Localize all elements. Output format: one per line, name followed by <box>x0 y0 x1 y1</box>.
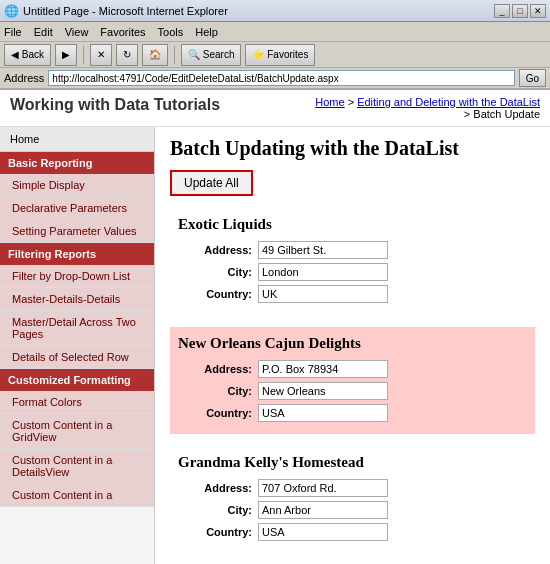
minimize-button[interactable]: _ <box>494 4 510 18</box>
city-label-0: City: <box>178 266 258 278</box>
page-wrapper: Home Basic Reporting Simple Display Decl… <box>0 127 550 564</box>
address-row-2: Address: <box>178 479 527 497</box>
city-input-0[interactable] <box>258 263 388 281</box>
page-title: Batch Updating with the DataList <box>170 137 535 160</box>
address-label: Address <box>4 72 44 84</box>
address-label-2: Address: <box>178 482 258 494</box>
menu-edit[interactable]: Edit <box>34 26 53 38</box>
country-label-0: Country: <box>178 288 258 300</box>
company-item-0: Exotic Liquids Address: City: Country: <box>170 208 535 315</box>
sidebar-item-home[interactable]: Home <box>0 127 154 152</box>
back-button[interactable]: ◀ Back <box>4 44 51 66</box>
maximize-button[interactable]: □ <box>512 4 528 18</box>
go-button[interactable]: Go <box>519 69 546 87</box>
sidebar-section-filtering-reports: Filtering Reports <box>0 243 154 265</box>
address-row-1: Address: <box>178 360 527 378</box>
country-input-1[interactable] <box>258 404 388 422</box>
company-name-2: Grandma Kelly's Homestead <box>178 454 527 471</box>
sidebar-item-setting-parameter-values[interactable]: Setting Parameter Values <box>0 220 154 243</box>
address-input-2[interactable] <box>258 479 388 497</box>
sidebar-item-custom-content-gridview[interactable]: Custom Content in a GridView <box>0 414 154 449</box>
window-controls: _ □ ✕ <box>494 4 546 18</box>
title-bar: 🌐 Untitled Page - Microsoft Internet Exp… <box>0 0 550 22</box>
address-bar: Address Go <box>0 68 550 90</box>
sidebar: Home Basic Reporting Simple Display Decl… <box>0 127 155 564</box>
sidebar-item-master-detail-across[interactable]: Master/Detail Across Two Pages <box>0 311 154 346</box>
forward-button[interactable]: ▶ <box>55 44 77 66</box>
city-label-2: City: <box>178 504 258 516</box>
address-label-0: Address: <box>178 244 258 256</box>
menu-bar: File Edit View Favorites Tools Help <box>0 22 550 42</box>
toolbar-separator <box>83 46 84 64</box>
address-label-1: Address: <box>178 363 258 375</box>
city-input-1[interactable] <box>258 382 388 400</box>
address-row-0: Address: <box>178 241 527 259</box>
breadcrumb: Home > Editing and Deleting with the Dat… <box>315 96 540 120</box>
menu-view[interactable]: View <box>65 26 89 38</box>
company-name-0: Exotic Liquids <box>178 216 527 233</box>
toolbar: ◀ Back ▶ ✕ ↻ 🏠 🔍 Search ⭐ Favorites <box>0 42 550 68</box>
sidebar-item-custom-content-detailsview[interactable]: Custom Content in a DetailsView <box>0 449 154 484</box>
sidebar-item-simple-display[interactable]: Simple Display <box>0 174 154 197</box>
menu-favorites[interactable]: Favorites <box>100 26 145 38</box>
country-row-1: Country: <box>178 404 527 422</box>
address-input-0[interactable] <box>258 241 388 259</box>
city-row-1: City: <box>178 382 527 400</box>
close-button[interactable]: ✕ <box>530 4 546 18</box>
window-title: Untitled Page - Microsoft Internet Explo… <box>23 5 494 17</box>
sidebar-item-format-colors[interactable]: Format Colors <box>0 391 154 414</box>
country-input-0[interactable] <box>258 285 388 303</box>
company-name-1: New Orleans Cajun Delights <box>178 335 527 352</box>
sidebar-item-details-selected-row[interactable]: Details of Selected Row <box>0 346 154 369</box>
home-label: Home <box>10 133 39 145</box>
country-row-2: Country: <box>178 523 527 541</box>
menu-help[interactable]: Help <box>195 26 218 38</box>
company-item-2: Grandma Kelly's Homestead Address: City:… <box>170 446 535 553</box>
sidebar-item-declarative-parameters[interactable]: Declarative Parameters <box>0 197 154 220</box>
browser-icon: 🌐 <box>4 4 19 18</box>
city-input-2[interactable] <box>258 501 388 519</box>
favorites-button[interactable]: ⭐ Favorites <box>245 44 315 66</box>
content-inner: Batch Updating with the DataList Update … <box>155 127 550 564</box>
sidebar-section-basic-reporting: Basic Reporting <box>0 152 154 174</box>
company-item-1: New Orleans Cajun Delights Address: City… <box>170 327 535 434</box>
country-label-1: Country: <box>178 407 258 419</box>
city-row-2: City: <box>178 501 527 519</box>
address-input-1[interactable] <box>258 360 388 378</box>
refresh-button[interactable]: ↻ <box>116 44 138 66</box>
address-input[interactable] <box>48 70 514 86</box>
sidebar-section-customized-formatting: Customized Formatting <box>0 369 154 391</box>
sidebar-item-filter-dropdown[interactable]: Filter by Drop-Down List <box>0 265 154 288</box>
breadcrumb-home[interactable]: Home <box>315 96 344 108</box>
country-label-2: Country: <box>178 526 258 538</box>
city-label-1: City: <box>178 385 258 397</box>
menu-tools[interactable]: Tools <box>158 26 184 38</box>
country-row-0: Country: <box>178 285 527 303</box>
menu-file[interactable]: File <box>4 26 22 38</box>
home-button[interactable]: 🏠 <box>142 44 168 66</box>
toolbar-separator-2 <box>174 46 175 64</box>
sidebar-item-master-details[interactable]: Master-Details-Details <box>0 288 154 311</box>
city-row-0: City: <box>178 263 527 281</box>
stop-button[interactable]: ✕ <box>90 44 112 66</box>
content-area: Batch Updating with the DataList Update … <box>155 127 550 564</box>
sidebar-item-custom-content-other[interactable]: Custom Content in a <box>0 484 154 507</box>
breadcrumb-section[interactable]: Editing and Deleting with the DataList <box>357 96 540 108</box>
country-input-2[interactable] <box>258 523 388 541</box>
site-title: Working with Data Tutorials <box>10 96 220 114</box>
search-button[interactable]: 🔍 Search <box>181 44 241 66</box>
breadcrumb-current: Batch Update <box>473 108 540 120</box>
update-all-button[interactable]: Update All <box>170 170 253 196</box>
page-header: Working with Data Tutorials Home > Editi… <box>0 90 550 127</box>
